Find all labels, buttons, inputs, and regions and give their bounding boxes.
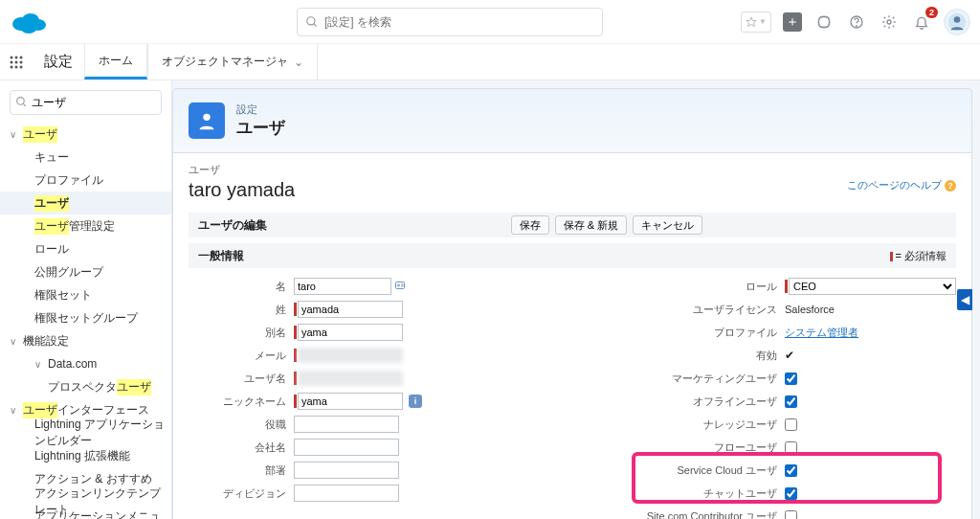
- svg-point-13: [15, 56, 18, 58]
- svg-line-5: [314, 23, 317, 26]
- svg-point-21: [17, 98, 25, 105]
- svg-point-20: [20, 65, 23, 68]
- svg-point-14: [20, 56, 23, 58]
- salesforce-logo: [10, 9, 48, 35]
- active-check-icon: ✔: [785, 349, 794, 362]
- app-name: 設定: [33, 44, 84, 79]
- global-search-input[interactable]: [324, 15, 594, 29]
- input-division[interactable]: [294, 485, 399, 502]
- svg-line-22: [23, 103, 26, 106]
- svg-point-12: [11, 56, 13, 58]
- chk-flow[interactable]: [785, 441, 797, 454]
- sidebar-item[interactable]: ∨Data.com: [0, 352, 171, 375]
- global-search[interactable]: [297, 8, 603, 36]
- notifications-button[interactable]: 2: [911, 11, 932, 33]
- form-right-col: ロールCEO ユーザライセンスSalesforce プロファイルシステム管理者 …: [536, 274, 956, 519]
- svg-point-17: [20, 60, 23, 63]
- label-license: ユーザライセンス: [536, 303, 785, 317]
- sidebar-item[interactable]: プロスペクタユーザ: [0, 375, 171, 398]
- user-icon: [189, 102, 225, 139]
- user-avatar[interactable]: [944, 9, 970, 35]
- label-profile: プロファイル: [536, 326, 785, 340]
- svg-point-9: [887, 20, 891, 24]
- sidebar-item[interactable]: Lightning アプリケーションビルダー: [0, 421, 171, 444]
- label-active: 有効: [536, 349, 785, 363]
- chevron-down-icon: ⌄: [294, 56, 303, 69]
- input-alias[interactable]: [298, 324, 403, 341]
- tab-home[interactable]: ホーム: [84, 44, 147, 79]
- chk-servicecloud[interactable]: [785, 464, 797, 477]
- info-icon[interactable]: i: [409, 395, 422, 408]
- sidebar-item[interactable]: 権限セット: [0, 283, 171, 306]
- sidebar-item[interactable]: ユーザ管理設定: [0, 214, 171, 237]
- sidebar-item[interactable]: ∨機能設定: [0, 329, 171, 352]
- input-lastname[interactable]: [298, 301, 403, 318]
- general-section-header: 一般情報 = 必須情報: [189, 243, 956, 268]
- save-button[interactable]: 保存: [511, 215, 549, 235]
- label-email: メール: [189, 349, 294, 363]
- chevron-down-icon: ∨: [10, 336, 19, 347]
- sidebar-search-input[interactable]: [10, 90, 162, 115]
- edit-section-header: ユーザの編集 保存 保存 & 新規 キャンセル: [189, 213, 956, 237]
- sidebar-item[interactable]: キュー: [0, 146, 171, 169]
- label-flow: フローユーザ: [536, 440, 785, 455]
- input-username-redacted: [298, 371, 403, 386]
- tab-object-manager[interactable]: オブジェクトマネージャ ⌄: [147, 44, 318, 79]
- save-new-button[interactable]: 保存 & 新規: [555, 215, 627, 235]
- page-help-link[interactable]: このページのヘルプ?: [847, 178, 956, 192]
- global-add-button[interactable]: ＋: [783, 12, 802, 32]
- header-utilities: ▼ ＋ 2: [741, 9, 970, 35]
- svg-point-25: [398, 284, 400, 286]
- chevron-down-icon: ∨: [10, 405, 19, 416]
- sidebar-item[interactable]: ロール: [0, 237, 171, 260]
- sidebar-item[interactable]: ユーザ: [0, 192, 171, 214]
- app-launcher-icon[interactable]: [0, 44, 33, 79]
- label-company: 会社名: [189, 440, 294, 455]
- chk-offline[interactable]: [785, 395, 797, 408]
- content-area: 設定 ユーザ ユーザ taro yamada このページのヘルプ? ユーザの編集…: [172, 80, 980, 519]
- chk-chat[interactable]: [785, 487, 797, 500]
- setup-gear-icon[interactable]: [879, 11, 900, 33]
- record-crumb: ユーザ: [189, 163, 956, 177]
- input-company[interactable]: [294, 439, 399, 456]
- value-license: Salesforce: [785, 304, 835, 315]
- label-sitecom-contrib: Site.com Contributor ユーザ: [536, 509, 785, 520]
- label-offline: オフラインユーザ: [536, 395, 785, 409]
- form-grid: 名 姓 別名 メール ユーザ名 ニックネームi 役職 会社名 部署 ディビジョン…: [189, 274, 956, 519]
- page-hero: 設定 ユーザ: [172, 88, 972, 153]
- svg-marker-6: [746, 17, 756, 27]
- link-profile[interactable]: システム管理者: [785, 326, 858, 340]
- sidebar-item[interactable]: 公開グループ: [0, 260, 171, 283]
- sidebar-item[interactable]: プロファイル: [0, 169, 171, 192]
- sidebar-item[interactable]: ∨ユーザ: [0, 123, 171, 146]
- label-nickname: ニックネーム: [189, 395, 294, 409]
- input-dept[interactable]: [294, 462, 399, 479]
- chk-marketing[interactable]: [785, 372, 797, 385]
- input-nickname[interactable]: [298, 393, 403, 410]
- input-firstname[interactable]: [294, 278, 391, 295]
- svg-point-19: [15, 65, 18, 68]
- expand-sidebar-tab[interactable]: ◀: [957, 289, 972, 310]
- sidebar-item[interactable]: アプリケーションメニュー: [0, 513, 171, 519]
- favorites-button[interactable]: ▼: [741, 11, 771, 33]
- chk-knowledge[interactable]: [785, 418, 797, 431]
- svg-point-3: [20, 20, 37, 34]
- setup-tree: ∨ユーザキュープロファイルユーザユーザ管理設定ロール公開グループ権限セット権限セ…: [0, 80, 172, 519]
- help-icon[interactable]: [846, 11, 867, 33]
- lookup-icon[interactable]: [391, 280, 409, 294]
- label-marketing: マーケティングユーザ: [536, 372, 785, 386]
- cancel-button[interactable]: キャンセル: [633, 215, 702, 235]
- select-role[interactable]: CEO: [789, 278, 956, 295]
- input-email-redacted: [298, 348, 403, 363]
- input-title[interactable]: [294, 416, 399, 433]
- label-title: 役職: [189, 417, 294, 432]
- sidebar-item[interactable]: 権限セットグループ: [0, 306, 171, 329]
- global-header: ▼ ＋ 2: [0, 0, 980, 44]
- svg-point-8: [857, 25, 858, 26]
- salesforce-help-icon[interactable]: [813, 11, 835, 33]
- label-username: ユーザ名: [189, 372, 294, 386]
- chk-sitecom-contrib[interactable]: [785, 510, 797, 520]
- hero-crumb: 設定: [236, 102, 285, 117]
- label-alias: 別名: [189, 326, 294, 340]
- chevron-down-icon: ∨: [10, 129, 19, 140]
